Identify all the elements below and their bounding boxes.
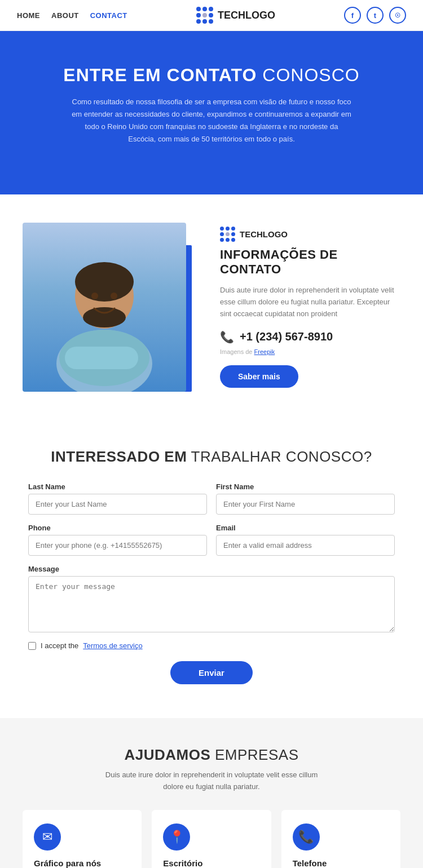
navigation: HOME ABOUT CONTACT TECHLOGO f t ☉ <box>0 0 423 31</box>
svg-point-6 <box>91 293 98 299</box>
message-label: Message <box>28 565 395 573</box>
last-name-group: Last Name <box>28 482 207 515</box>
contact-info-description: Duis aute irure dolor in reprehenderit i… <box>220 285 400 320</box>
terms-checkbox[interactable] <box>28 642 36 650</box>
facebook-icon[interactable]: f <box>344 7 361 24</box>
form-submit-area: Enviar <box>28 661 395 684</box>
terms-link[interactable]: Termos de serviço <box>83 641 142 650</box>
services-title: AJUDAMOS EMPRESAS <box>23 746 400 764</box>
social-icons: f t ☉ <box>344 7 406 24</box>
image-credit: Imagens de Freepik <box>220 348 400 355</box>
hero-title: ENTRE EM CONTATO CONOSCO <box>45 65 378 86</box>
terms-prefix: I accept the <box>41 641 78 650</box>
phone-number: +1 (234) 567-8910 <box>240 330 333 343</box>
first-name-group: First Name <box>216 482 395 515</box>
logo-text: TECHLOGO <box>218 10 275 21</box>
service-card-title-3: Telefone <box>293 858 389 868</box>
saber-mais-button[interactable]: Saber mais <box>220 365 298 388</box>
freepik-link[interactable]: Freepik <box>254 348 275 355</box>
svg-point-7 <box>111 293 117 299</box>
phone-group: Phone <box>28 524 207 556</box>
contact-info-content: TECHLOGO INFORMAÇÕES DE CONTATO Duis aut… <box>220 227 400 387</box>
email-label: Email <box>216 524 395 532</box>
last-name-input[interactable] <box>28 494 207 515</box>
services-description: Duis aute irure dolor in reprehenderit i… <box>99 769 324 793</box>
logo: TECHLOGO <box>196 7 275 24</box>
services-cards: ✉ Gráfico para nós Nossa simpática equip… <box>23 810 400 868</box>
nav-about[interactable]: ABOUT <box>51 11 79 20</box>
form-title: INTERESSADO EM TRABALHAR CONOSCO? <box>28 448 395 466</box>
last-name-label: Last Name <box>28 482 207 491</box>
location-service-icon: 📍 <box>163 823 190 851</box>
svg-point-2 <box>75 262 134 302</box>
email-group: Email <box>216 524 395 556</box>
service-card-phone: 📞 Telefone Seg a Sex das 8h às 5h +1(555… <box>281 810 400 868</box>
contact-info-title: INFORMAÇÕES DE CONTATO <box>220 247 400 277</box>
enviar-button[interactable]: Enviar <box>170 661 253 684</box>
service-card-title-2: Escritório <box>163 858 259 868</box>
form-section: INTERESSADO EM TRABALHAR CONOSCO? Last N… <box>0 420 423 718</box>
info-logo-text: TECHLOGO <box>240 229 288 239</box>
hero-description: Como resultado de nossa filosofia de ser… <box>70 96 352 145</box>
services-section: AJUDAMOS EMPRESAS Duis aute irure dolor … <box>0 718 423 868</box>
message-group: Message <box>28 565 395 632</box>
hero-section: ENTRE EM CONTATO CONOSCO Como resultado … <box>0 31 423 194</box>
person-image <box>23 223 186 392</box>
info-logo-icon <box>220 227 235 242</box>
nav-contact[interactable]: CONTACT <box>90 11 127 20</box>
email-service-icon: ✉ <box>34 823 61 851</box>
contact-form: Last Name First Name Phone Email Message <box>28 482 395 684</box>
svg-rect-5 <box>65 347 138 369</box>
service-card-email: ✉ Gráfico para nós Nossa simpática equip… <box>23 810 142 868</box>
message-input[interactable] <box>28 576 395 632</box>
phone-row: 📞 +1 (234) 567-8910 <box>220 330 400 344</box>
twitter-icon[interactable]: t <box>367 7 384 24</box>
service-card-title-1: Gráfico para nós <box>34 858 130 868</box>
instagram-icon[interactable]: ☉ <box>389 7 406 24</box>
first-name-label: First Name <box>216 482 395 491</box>
person-photo <box>23 223 197 392</box>
phone-label: Phone <box>28 524 207 532</box>
nav-links: HOME ABOUT CONTACT <box>17 11 127 20</box>
phone-service-icon: 📞 <box>293 823 320 851</box>
phone-input[interactable] <box>28 535 207 556</box>
contact-info-section: TECHLOGO INFORMAÇÕES DE CONTATO Duis aut… <box>0 194 423 420</box>
phone-icon: 📞 <box>220 330 234 344</box>
svg-point-3 <box>83 307 126 327</box>
email-input[interactable] <box>216 535 395 556</box>
service-card-office: 📍 Escritório Venha dizer olá em nosso es… <box>152 810 271 868</box>
nav-home[interactable]: HOME <box>17 11 40 20</box>
logo-icon <box>196 7 213 24</box>
first-name-input[interactable] <box>216 494 395 515</box>
terms-checkbox-row: I accept the Termos de serviço <box>28 641 395 650</box>
info-logo: TECHLOGO <box>220 227 400 242</box>
